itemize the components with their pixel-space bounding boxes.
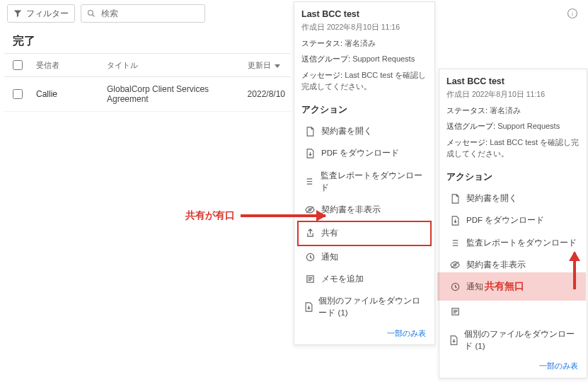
svg-line-1 bbox=[93, 15, 95, 17]
show-less-link[interactable]: 一部のみ表 bbox=[301, 325, 427, 341]
cell-title: GlobalCorp Client Services Agreement bbox=[101, 77, 242, 112]
actions-heading: アクション bbox=[301, 103, 427, 117]
cell-recipient: Callie bbox=[30, 77, 101, 112]
panel-message: メッセージ: Last BCC test を確認し完成してください。 bbox=[446, 137, 580, 160]
row-checkbox[interactable] bbox=[13, 89, 23, 99]
files-download-icon bbox=[448, 335, 460, 345]
panel-group: 送信グループ: Support Requests bbox=[301, 53, 427, 65]
eye-off-icon bbox=[303, 205, 317, 214]
eye-off-icon bbox=[448, 260, 462, 270]
search-icon bbox=[87, 9, 96, 18]
col-recipient[interactable]: 受信者 bbox=[30, 54, 101, 77]
filter-label: フィルター bbox=[26, 8, 69, 20]
clock-icon bbox=[303, 253, 317, 262]
table-row[interactable]: Callie GlobalCorp Client Services Agreem… bbox=[4, 77, 291, 112]
info-icon[interactable]: i bbox=[567, 8, 578, 19]
annotation-label: 共有が有口 bbox=[185, 209, 235, 222]
action-download-pdf[interactable]: PDF をダウンロード bbox=[301, 142, 427, 164]
document-icon bbox=[303, 127, 317, 137]
filter-button[interactable]: フィルター bbox=[7, 4, 75, 23]
detail-panel-without-share: Last BCC test 作成日 2022年8月10日 11:16 ステータス… bbox=[439, 69, 587, 378]
table-header-row: 受信者 タイトル 更新日 bbox=[4, 54, 291, 77]
action-share[interactable]: 共有 bbox=[297, 221, 432, 245]
document-icon bbox=[448, 194, 462, 204]
list-icon bbox=[303, 177, 316, 186]
action-add-note[interactable]: メモを追加 bbox=[301, 268, 427, 290]
actions-heading: アクション bbox=[446, 170, 580, 184]
clock-icon bbox=[448, 282, 462, 291]
note-icon bbox=[303, 274, 317, 284]
note-icon bbox=[448, 307, 462, 316]
action-download-audit[interactable]: 監査レポートをダウンロード bbox=[301, 165, 427, 199]
detail-panel-with-share: Last BCC test 作成日 2022年8月10日 11:16 ステータス… bbox=[294, 1, 435, 345]
action-remind[interactable]: 通知 bbox=[301, 246, 427, 268]
search-box[interactable] bbox=[81, 4, 205, 23]
action-remind[interactable]: 通知 bbox=[446, 276, 580, 298]
action-add-note[interactable]: メモを追加 bbox=[446, 301, 580, 323]
panel-group: 送信グループ: Support Requests bbox=[446, 120, 580, 132]
svg-point-0 bbox=[88, 11, 93, 16]
pdf-download-icon bbox=[303, 149, 317, 158]
cell-updated: 2022/8/10 bbox=[242, 77, 291, 112]
panel-created: 作成日 2022年8月10日 11:16 bbox=[446, 89, 580, 100]
sort-down-icon bbox=[275, 63, 280, 69]
files-download-icon bbox=[303, 302, 314, 312]
action-hide-agreement[interactable]: 契約書を非表示 bbox=[301, 199, 427, 221]
panel-status: ステータス: 署名済み bbox=[446, 105, 580, 117]
action-download-files[interactable]: 個別のファイルをダウンロード (1) bbox=[301, 290, 427, 325]
search-input[interactable] bbox=[100, 8, 199, 19]
panel-created: 作成日 2022年8月10日 11:16 bbox=[301, 22, 427, 33]
agreements-table: 受信者 タイトル 更新日 Callie GlobalCorp Client Se… bbox=[4, 53, 291, 112]
list-icon bbox=[448, 238, 462, 248]
show-less-link[interactable]: 一部のみ表 bbox=[446, 357, 580, 374]
action-download-files[interactable]: 個別のファイルをダウンロード (1) bbox=[446, 323, 580, 358]
panel-title: Last BCC test bbox=[446, 75, 580, 88]
action-open-agreement[interactable]: 契約書を開く bbox=[301, 120, 427, 142]
action-hide-agreement[interactable]: 契約書を非表示 bbox=[446, 254, 580, 276]
share-icon bbox=[303, 228, 317, 238]
funnel-icon bbox=[13, 9, 22, 18]
select-all-checkbox[interactable] bbox=[13, 60, 23, 70]
panel-message: メッセージ: Last BCC test を確認し完成してください。 bbox=[301, 69, 427, 93]
col-title[interactable]: タイトル bbox=[101, 54, 242, 77]
action-download-pdf[interactable]: PDF をダウンロード bbox=[446, 209, 580, 231]
pdf-download-icon bbox=[448, 216, 462, 226]
action-open-agreement[interactable]: 契約書を開く bbox=[446, 187, 580, 209]
panel-title: Last BCC test bbox=[301, 8, 427, 21]
action-download-audit[interactable]: 監査レポートをダウンロード bbox=[446, 232, 580, 254]
panel-status: ステータス: 署名済み bbox=[301, 37, 427, 50]
col-updated[interactable]: 更新日 bbox=[248, 61, 271, 69]
svg-text:i: i bbox=[572, 10, 574, 17]
